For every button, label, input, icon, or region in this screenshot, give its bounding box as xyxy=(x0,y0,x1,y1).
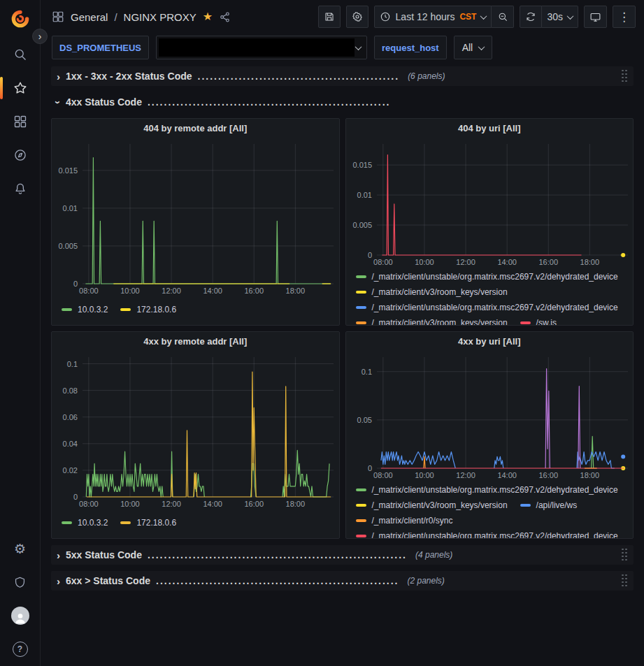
panel-title[interactable]: 4xx by uri [All] xyxy=(346,332,634,350)
variable-select-request-host[interactable]: All xyxy=(454,36,493,59)
legend-item[interactable]: 172.18.0.6 xyxy=(120,302,176,317)
svg-text:0.1: 0.1 xyxy=(361,368,371,376)
shield-icon xyxy=(13,576,27,589)
zoom-out-time-button[interactable] xyxy=(492,6,514,28)
save-dashboard-button[interactable] xyxy=(318,6,341,28)
svg-text:16:00: 16:00 xyxy=(538,471,558,479)
svg-text:10:00: 10:00 xyxy=(120,287,140,295)
sidebar-item-alerting[interactable] xyxy=(0,172,40,205)
row-drag-handle-icon[interactable] xyxy=(622,70,628,83)
time-range-picker[interactable]: Last 12 hours CST xyxy=(374,6,492,28)
gear-icon: ⚙ xyxy=(14,541,26,557)
legend-item[interactable]: /_matrix/client/unstable/org.matrix.msc2… xyxy=(356,528,618,538)
panel-title[interactable]: 404 by uri [All] xyxy=(346,119,634,137)
legend-item[interactable]: 10.0.3.2 xyxy=(62,515,108,530)
bell-icon xyxy=(13,182,27,196)
legend-item[interactable]: /_matrix/client/unstable/org.matrix.msc2… xyxy=(356,300,618,315)
dashboard-row-1xx-3xx-2xx[interactable]: › 1xx - 3xx - 2xx Status Code ..........… xyxy=(51,66,634,86)
svg-text:18:00: 18:00 xyxy=(286,287,306,295)
sidebar-item-explore[interactable] xyxy=(0,138,40,172)
legend-swatch-icon xyxy=(356,504,366,507)
dashboard-row-4xx[interactable]: › 4xx Status Code ......................… xyxy=(51,92,634,112)
row-title-dots: ........................................… xyxy=(148,549,407,560)
legend-item[interactable]: /_matrix/client/v3/room_keys/version xyxy=(356,284,508,300)
row-title-dots: ........................................… xyxy=(198,71,400,82)
legend-item[interactable]: /_matrix/client/v3/room_keys/version xyxy=(356,498,508,513)
breadcrumb-folder[interactable]: General xyxy=(71,11,108,23)
legend-swatch-icon xyxy=(356,291,366,294)
panel: 4xx by remote addr [All]00.020.040.060.0… xyxy=(51,331,340,539)
sidebar-item-help[interactable]: ? xyxy=(0,632,40,666)
chart-canvas: 00.0050.010.01508:0010:0012:0014:0016:00… xyxy=(52,137,339,298)
timezone-badge: CST xyxy=(459,12,476,22)
variable-label-ds-prometheus[interactable]: DS_PROMETHEUS xyxy=(52,36,149,59)
legend-swatch-icon xyxy=(356,306,366,309)
refresh-button[interactable] xyxy=(520,6,542,28)
dashboard-settings-button[interactable] xyxy=(346,6,368,28)
svg-text:0.05: 0.05 xyxy=(357,416,371,424)
favorite-star-icon[interactable]: ★ xyxy=(203,11,213,22)
legend-label: /_matrix/client/v3/room_keys/version xyxy=(372,318,508,325)
svg-text:12:00: 12:00 xyxy=(456,258,475,266)
legend-item[interactable]: 172.18.0.6 xyxy=(120,515,176,530)
breadcrumb-separator: / xyxy=(114,11,117,23)
share-icon[interactable] xyxy=(219,11,231,23)
panel-title[interactable]: 404 by remote addr [All] xyxy=(52,119,339,137)
row-drag-handle-icon[interactable] xyxy=(622,549,628,562)
active-indicator xyxy=(0,77,3,99)
dashboard-row-5xx[interactable]: › 5xx Status Code ......................… xyxy=(51,545,634,565)
svg-text:12:00: 12:00 xyxy=(456,471,475,479)
sidebar-item-profile[interactable] xyxy=(0,599,40,632)
apps-grid-icon[interactable] xyxy=(52,10,64,23)
tv-mode-button[interactable] xyxy=(584,6,607,28)
row-drag-handle-icon[interactable] xyxy=(622,574,628,588)
svg-text:0.015: 0.015 xyxy=(352,161,372,169)
person-icon xyxy=(13,611,27,625)
legend-item[interactable]: /_matrix/client/unstable/org.matrix.msc2… xyxy=(356,269,618,284)
chart-canvas: 00.0050.010.01508:0010:0012:0014:0016:00… xyxy=(346,137,634,269)
more-options-button[interactable]: ⋮ xyxy=(613,6,636,28)
svg-text:0.02: 0.02 xyxy=(63,466,78,475)
grafana-app: › xyxy=(0,0,644,666)
legend-swatch-icon xyxy=(62,521,72,524)
svg-text:0.005: 0.005 xyxy=(352,221,372,229)
legend-item[interactable]: /_matrix/client/r0/sync xyxy=(356,513,453,528)
sidebar-item-server-admin[interactable] xyxy=(0,565,40,599)
kebab-icon: ⋮ xyxy=(618,10,630,24)
panel: 404 by uri [All]00.0050.010.01508:0010:0… xyxy=(345,118,634,326)
refresh-group: 30s xyxy=(520,6,578,28)
refresh-interval-picker[interactable]: 30s xyxy=(542,6,578,28)
svg-text:14:00: 14:00 xyxy=(497,471,517,479)
legend-item[interactable]: /sw.js xyxy=(520,315,557,325)
sidebar-item-search[interactable] xyxy=(0,38,40,71)
dashboard-row-6xx[interactable]: › 6xx > Status Code ....................… xyxy=(51,571,634,591)
row-panel-count: (6 panels) xyxy=(408,71,445,81)
panel-title[interactable]: 4xx by remote addr [All] xyxy=(52,332,339,350)
dashboard-header: General / NGINX PROXY ★ xyxy=(41,0,644,34)
sidebar-item-starred[interactable] xyxy=(0,71,40,105)
legend-swatch-icon xyxy=(520,504,531,507)
legend-item[interactable]: /api/live/ws xyxy=(520,498,578,513)
chevron-down-icon xyxy=(480,13,487,20)
svg-text:16:00: 16:00 xyxy=(244,287,264,295)
legend-label: 10.0.3.2 xyxy=(78,305,108,314)
legend-item[interactable]: /_matrix/client/v3/room_keys/version xyxy=(356,315,508,325)
redacted-value xyxy=(159,38,355,57)
sidebar-item-dashboards[interactable] xyxy=(0,105,40,138)
legend-label: 172.18.0.6 xyxy=(136,305,176,314)
variable-label-request-host[interactable]: request_host xyxy=(374,36,447,59)
svg-text:14:00: 14:00 xyxy=(203,287,222,295)
panels-grid: 404 by remote addr [All]00.0050.010.0150… xyxy=(51,118,634,539)
svg-text:14:00: 14:00 xyxy=(203,500,222,508)
legend-label: 10.0.3.2 xyxy=(78,518,108,528)
grafana-logo-icon xyxy=(10,8,31,29)
legend-swatch-icon xyxy=(62,308,72,311)
sidebar-expand-button[interactable]: › xyxy=(32,29,48,44)
chevron-right-icon: › xyxy=(57,71,60,82)
sidebar-item-configuration[interactable]: ⚙ xyxy=(0,532,40,565)
legend-item[interactable]: /_matrix/client/unstable/org.matrix.msc2… xyxy=(356,482,618,498)
variable-select-ds-prometheus[interactable] xyxy=(156,36,367,59)
legend-item[interactable]: 10.0.3.2 xyxy=(62,302,108,317)
svg-text:0: 0 xyxy=(367,464,371,472)
breadcrumb-dashboard-title[interactable]: NGINX PROXY xyxy=(124,11,196,23)
